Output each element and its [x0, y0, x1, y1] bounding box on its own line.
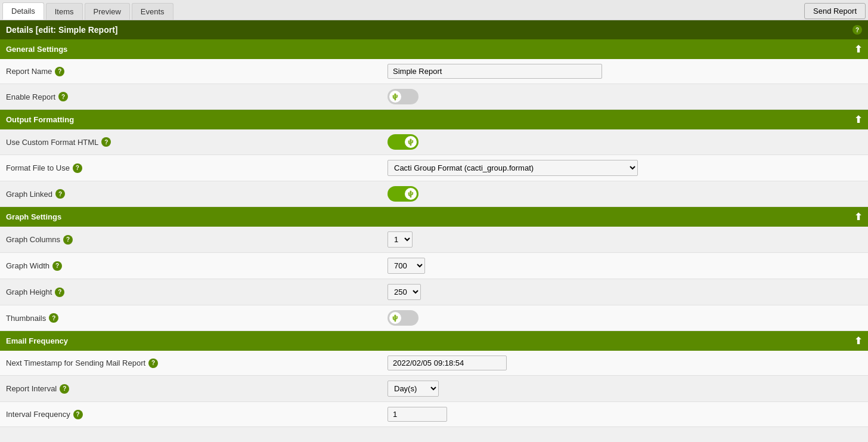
custom-format-toggle[interactable]: 🌵 — [388, 134, 418, 150]
graph-height-label-group: Graph Height ? — [6, 288, 388, 297]
output-formatting-header: Output Formatting ⬆ — [0, 110, 868, 129]
enable-report-row: Enable Report ? 🌵 — [0, 84, 868, 110]
interval-frequency-label-group: Interval Frequency ? — [6, 410, 388, 419]
graph-settings-collapse-icon[interactable]: ⬆ — [854, 211, 862, 222]
enable-report-label: Enable Report — [6, 92, 55, 101]
graph-linked-value-group: 🌵 — [388, 186, 862, 202]
graph-width-row: Graph Width ? 700 800 900 1000 — [0, 253, 868, 279]
send-report-button[interactable]: Send Report — [804, 3, 866, 19]
thumbnails-label: Thumbnails — [6, 314, 46, 323]
interval-frequency-label: Interval Frequency — [6, 410, 70, 419]
custom-format-row: Use Custom Format HTML ? 🌵 — [0, 129, 868, 155]
tab-items[interactable]: Items — [46, 3, 83, 20]
next-timestamp-label: Next Timestamp for Sending Mail Report — [6, 358, 145, 367]
general-settings-label: General Settings — [6, 45, 67, 54]
next-timestamp-help-icon[interactable]: ? — [148, 358, 158, 368]
email-frequency-collapse-icon[interactable]: ⬆ — [854, 335, 862, 347]
thumbnails-toggle[interactable]: 🌵 — [388, 310, 418, 326]
graph-settings-label: Graph Settings — [6, 212, 61, 221]
format-file-label: Format File to Use — [6, 163, 70, 172]
graph-width-value-group: 700 800 900 1000 — [388, 258, 862, 274]
graph-width-help-icon[interactable]: ? — [52, 261, 62, 271]
report-name-label: Report Name — [6, 67, 52, 76]
enable-report-help-icon[interactable]: ? — [58, 92, 68, 101]
tab-preview[interactable]: Preview — [85, 3, 130, 20]
output-formatting-label: Output Formatting — [6, 115, 74, 124]
tabs-bar: Details Items Preview Events Send Report — [0, 0, 868, 20]
graph-height-value-group: 250 300 400 500 — [388, 284, 862, 300]
graph-linked-row: Graph Linked ? 🌵 — [0, 181, 868, 207]
report-interval-select[interactable]: Day(s) Week(s) Month(s) — [388, 381, 439, 397]
report-name-input[interactable] — [388, 64, 602, 79]
graph-width-select[interactable]: 700 800 900 1000 — [388, 258, 425, 274]
thumbnails-label-group: Thumbnails ? — [6, 313, 388, 323]
tab-details[interactable]: Details — [2, 2, 44, 20]
graph-columns-help-icon[interactable]: ? — [63, 235, 73, 245]
next-timestamp-row: Next Timestamp for Sending Mail Report ? — [0, 351, 868, 376]
custom-format-slider — [388, 134, 418, 150]
graph-columns-value-group: 1 2 3 4 — [388, 231, 862, 248]
graph-linked-label: Graph Linked — [6, 190, 52, 199]
enable-report-slider — [388, 89, 418, 104]
report-name-row: Report Name ? — [0, 59, 868, 84]
format-file-value-group: Cacti Group Format (cacti_group.format) — [388, 160, 862, 176]
interval-frequency-input[interactable] — [388, 407, 447, 422]
custom-format-value-group: 🌵 — [388, 134, 862, 150]
interval-frequency-help-icon[interactable]: ? — [73, 410, 83, 419]
graph-height-label: Graph Height — [6, 288, 52, 296]
interval-frequency-row: Interval Frequency ? — [0, 402, 868, 427]
email-frequency-header: Email Frequency ⬆ — [0, 331, 868, 351]
report-interval-help-icon[interactable]: ? — [60, 384, 69, 394]
graph-linked-slider — [388, 186, 418, 202]
enable-report-value-group: 🌵 — [388, 89, 862, 104]
graph-columns-select[interactable]: 1 2 3 4 — [388, 231, 413, 248]
tab-events[interactable]: Events — [132, 3, 173, 20]
format-file-label-group: Format File to Use ? — [6, 163, 388, 173]
thumbnails-value-group: 🌵 — [388, 310, 862, 326]
general-settings-header: General Settings ⬆ — [0, 39, 868, 59]
enable-report-toggle[interactable]: 🌵 — [388, 89, 418, 104]
interval-frequency-value-group — [388, 407, 862, 422]
general-settings-collapse-icon[interactable]: ⬆ — [854, 44, 862, 55]
enable-report-label-group: Enable Report ? — [6, 92, 388, 101]
graph-linked-toggle[interactable]: 🌵 — [388, 186, 418, 202]
report-name-value-group — [388, 64, 862, 79]
next-timestamp-value-group — [388, 356, 862, 370]
graph-columns-label-group: Graph Columns ? — [6, 235, 388, 245]
report-name-help-icon[interactable]: ? — [55, 67, 64, 76]
thumbnails-slider — [388, 310, 418, 326]
graph-settings-header: Graph Settings ⬆ — [0, 207, 868, 227]
report-interval-value-group: Day(s) Week(s) Month(s) — [388, 381, 862, 397]
thumbnails-row: Thumbnails ? 🌵 — [0, 305, 868, 331]
next-timestamp-input[interactable] — [388, 356, 507, 370]
graph-height-help-icon[interactable]: ? — [55, 288, 64, 297]
page-title: Details [edit: Simple Report] — [6, 25, 117, 35]
page-help-icon[interactable]: ? — [852, 25, 862, 35]
next-timestamp-label-group: Next Timestamp for Sending Mail Report ? — [6, 358, 388, 368]
graph-width-label-group: Graph Width ? — [6, 261, 388, 271]
format-file-help-icon[interactable]: ? — [73, 163, 82, 173]
graph-columns-row: Graph Columns ? 1 2 3 4 — [0, 227, 868, 253]
graph-linked-help-icon[interactable]: ? — [55, 189, 65, 199]
graph-height-row: Graph Height ? 250 300 400 500 — [0, 279, 868, 305]
custom-format-label-group: Use Custom Format HTML ? — [6, 137, 388, 147]
page-title-bar: Details [edit: Simple Report] ? — [0, 20, 868, 39]
report-interval-label-group: Report Interval ? — [6, 384, 388, 394]
report-interval-row: Report Interval ? Day(s) Week(s) Month(s… — [0, 376, 868, 402]
graph-columns-label: Graph Columns — [6, 235, 60, 244]
custom-format-help-icon[interactable]: ? — [101, 137, 111, 147]
format-file-select[interactable]: Cacti Group Format (cacti_group.format) — [388, 160, 638, 176]
format-file-row: Format File to Use ? Cacti Group Format … — [0, 155, 868, 181]
graph-width-label: Graph Width — [6, 261, 49, 270]
email-frequency-label: Email Frequency — [6, 336, 68, 345]
report-name-label-group: Report Name ? — [6, 67, 388, 76]
report-interval-label: Report Interval — [6, 384, 57, 393]
output-formatting-collapse-icon[interactable]: ⬆ — [854, 114, 862, 125]
graph-linked-label-group: Graph Linked ? — [6, 189, 388, 199]
custom-format-label: Use Custom Format HTML — [6, 138, 98, 147]
thumbnails-help-icon[interactable]: ? — [49, 313, 58, 323]
graph-height-select[interactable]: 250 300 400 500 — [388, 284, 421, 300]
